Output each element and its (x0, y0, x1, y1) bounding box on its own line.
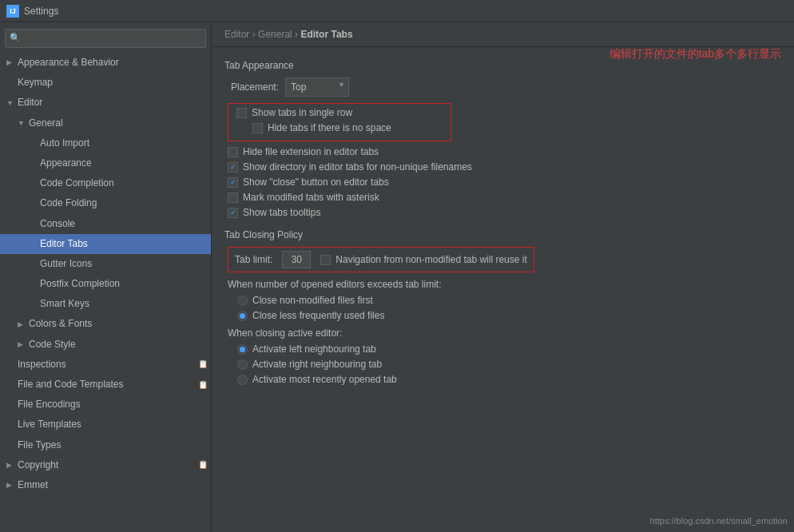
cb-hide-no-space[interactable] (252, 123, 263, 133)
tab-limit-box: Tab limit: Navigation from non-modified … (228, 247, 534, 272)
sidebar-item-appearance-behavior[interactable]: ▶Appearance & Behavior (0, 53, 211, 73)
sidebar-item-editor-tabs[interactable]: Editor Tabs (0, 234, 211, 254)
cb-show-close-btn[interactable] (228, 177, 238, 188)
radio-close-less-used[interactable] (237, 311, 248, 321)
label-show-tooltips: Show tabs tooltips (243, 207, 320, 218)
sidebar-item-colors-fonts[interactable]: ▶Colors & Fonts (0, 314, 211, 334)
main-container: 🔍 ▶Appearance & BehaviorKeymap▼Editor▼Ge… (0, 22, 794, 532)
sidebar-item-copyright[interactable]: ▶Copyright📋 (0, 455, 211, 475)
sidebar-label-auto-import: Auto Import (40, 136, 208, 151)
sidebar-item-file-types[interactable]: File Types (0, 435, 211, 455)
label-activate-recent: Activate most recently opened tab (252, 374, 397, 385)
closing-active-label: When closing active editor: (224, 328, 781, 339)
sidebar-item-file-encodings[interactable]: File Encodings (0, 395, 211, 415)
sidebar-label-keymap: Keymap (18, 75, 208, 90)
app-icon: IJ (6, 5, 19, 18)
tab-closing-policy-label: Tab Closing Policy (224, 229, 781, 240)
label-activate-right: Activate right neighbouring tab (252, 359, 382, 370)
radio-row-close-less-used: Close less frequently used files (224, 310, 781, 321)
sidebar-label-copyright: Copyright (18, 458, 195, 473)
label-close-less-used: Close less frequently used files (252, 310, 384, 321)
search-box[interactable]: 🔍 (5, 29, 206, 48)
radio-row-activate-recent: Activate most recently opened tab (224, 374, 781, 385)
sidebar-label-file-encodings: File Encodings (18, 397, 208, 412)
sidebar-item-smart-keys[interactable]: Smart Keys (0, 294, 211, 314)
cb-hide-extension[interactable] (228, 147, 238, 157)
breadcrumb-general: General (258, 29, 292, 40)
checkbox-row-show-dir: Show directory in editor tabs for non-un… (224, 161, 781, 173)
arrow-icon-appearance-behavior: ▶ (6, 57, 16, 68)
arrow-icon-general: ▼ (18, 117, 27, 129)
sidebar-label-colors-fonts: Colors & Fonts (29, 316, 208, 332)
sidebar-item-auto-import[interactable]: Auto Import (0, 133, 211, 153)
sidebar-label-smart-keys: Smart Keys (40, 296, 208, 312)
breadcrumb-editor: Editor (224, 29, 249, 40)
sidebar-item-appearance[interactable]: Appearance (0, 153, 211, 173)
title-bar: IJ Settings (0, 0, 794, 22)
radio-row-activate-left: Activate left neighbouring tab (224, 343, 781, 355)
sidebar-label-file-code-templates: File and Code Templates (18, 377, 195, 392)
label-activate-left: Activate left neighbouring tab (252, 343, 376, 355)
sidebar-item-emmet[interactable]: ▶Emmet (0, 475, 211, 495)
search-icon: 🔍 (10, 33, 21, 43)
badge-icon-copyright: 📋 (198, 459, 208, 471)
checkbox-row-show-single: Show tabs in single row (233, 107, 446, 118)
sidebar-item-editor[interactable]: ▼Editor (0, 93, 211, 113)
sidebar-label-inspections: Inspections (18, 357, 195, 372)
sidebar-item-inspections[interactable]: Inspections📋 (0, 355, 211, 375)
sidebar-label-gutter-icons: Gutter Icons (40, 256, 208, 272)
tab-limit-input[interactable] (282, 251, 311, 268)
label-hide-extension: Hide file extension in editor tabs (243, 146, 379, 157)
sidebar-label-editor: Editor (18, 95, 208, 110)
label-show-directory: Show directory in editor tabs for non-un… (243, 161, 472, 173)
sidebar-item-live-templates[interactable]: Live Templates (0, 415, 211, 435)
breadcrumb-current: Editor Tabs (300, 29, 352, 40)
radio-row-close-non-modified: Close non-modified files first (224, 295, 781, 306)
exceeds-label: When number of opened editors exceeds ta… (224, 279, 781, 290)
sidebar-label-general: General (29, 116, 208, 131)
placement-row: Placement: Top Bottom Left Right (224, 77, 781, 97)
sidebar-label-live-templates: Live Templates (18, 417, 208, 432)
badge-icon-inspections: 📋 (198, 358, 208, 371)
annotation-text: 编辑打开的文件的tab多个多行显示 (609, 47, 781, 62)
cb-show-directory[interactable] (228, 162, 238, 173)
sidebar-item-file-code-templates[interactable]: File and Code Templates📋 (0, 375, 211, 395)
checkbox-row-hide-no-space: Hide tabs if there is no space (233, 122, 446, 133)
sidebar: 🔍 ▶Appearance & BehaviorKeymap▼Editor▼Ge… (0, 22, 212, 532)
sidebar-label-appearance-behavior: Appearance & Behavior (18, 55, 208, 70)
cb-show-tooltips[interactable] (228, 208, 238, 218)
sidebar-label-code-folding: Code Folding (40, 196, 208, 211)
search-input[interactable] (5, 29, 206, 48)
radio-activate-left[interactable] (237, 344, 248, 355)
placement-select[interactable]: Top Bottom Left Right (285, 77, 349, 97)
checkbox-row-mark-modified: Mark modified tabs with asterisk (224, 192, 781, 203)
sidebar-label-emmet: Emmet (18, 478, 208, 493)
content-panel: Editor › General › Editor Tabs 编辑打开的文件的t… (212, 22, 794, 532)
sidebar-label-code-completion: Code Completion (40, 176, 208, 191)
content-body: 编辑打开的文件的tab多个多行显示 Tab Appearance Placeme… (212, 47, 794, 399)
sidebar-item-console[interactable]: Console (0, 214, 211, 234)
sidebar-item-code-style[interactable]: ▶Code Style (0, 335, 211, 355)
label-hide-no-space: Hide tabs if there is no space (268, 122, 391, 133)
radio-activate-right[interactable] (237, 359, 248, 370)
sidebar-item-keymap[interactable]: Keymap (0, 73, 211, 93)
placement-select-wrap[interactable]: Top Bottom Left Right (285, 77, 349, 97)
arrow-icon-editor: ▼ (6, 97, 16, 109)
radio-activate-recent[interactable] (237, 375, 248, 385)
label-nav-reuse: Navigation from non-modified tab will re… (335, 254, 526, 265)
sidebar-item-code-completion[interactable]: Code Completion (0, 173, 211, 193)
placement-label: Placement: (231, 81, 279, 93)
sidebar-item-gutter-icons[interactable]: Gutter Icons (0, 254, 211, 274)
sidebar-label-postfix-completion: Postfix Completion (40, 276, 208, 292)
radio-close-non-modified[interactable] (237, 296, 248, 306)
cb-show-single-row[interactable] (236, 108, 247, 118)
cb-mark-modified[interactable] (228, 193, 238, 203)
tab-limit-label: Tab limit: (235, 254, 272, 265)
label-show-close-btn: Show "close" button on editor tabs (243, 177, 389, 188)
sidebar-item-postfix-completion[interactable]: Postfix Completion (0, 274, 211, 294)
sidebar-item-code-folding[interactable]: Code Folding (0, 193, 211, 213)
sidebar-item-general[interactable]: ▼General (0, 113, 211, 133)
sidebar-label-file-types: File Types (18, 438, 208, 453)
cb-nav-reuse[interactable] (320, 255, 331, 265)
red-box-checkboxes: Show tabs in single row Hide tabs if the… (228, 103, 451, 141)
